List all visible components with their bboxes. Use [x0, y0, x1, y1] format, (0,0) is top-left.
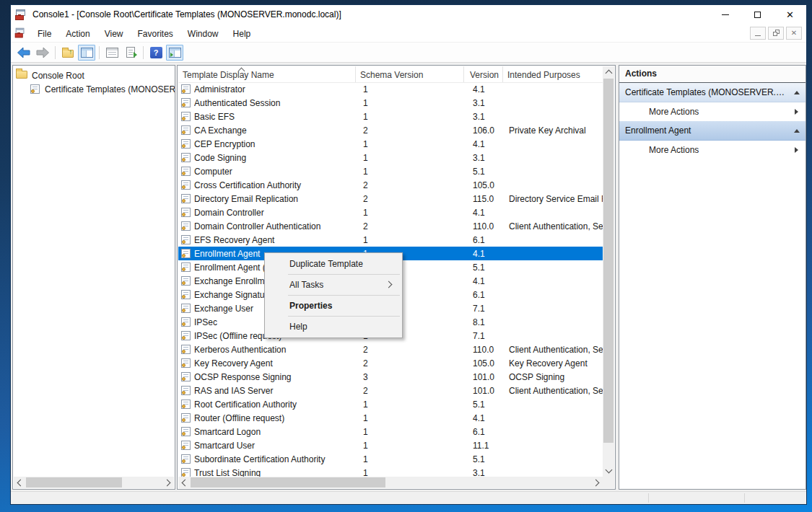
menu-help[interactable]: Help: [226, 27, 258, 41]
more-actions-label: More Actions: [649, 107, 795, 117]
back-icon: [17, 47, 31, 58]
mdi-close-button[interactable]: ✕: [786, 27, 802, 40]
maximize-button[interactable]: [741, 5, 774, 24]
help-button[interactable]: ?: [147, 45, 165, 61]
scroll-left-button[interactable]: [14, 477, 25, 488]
template-row-authenticated-session[interactable]: Authenticated Session13.1: [178, 96, 603, 110]
chevron-left-icon: [182, 479, 189, 486]
cell-schema-version: 1: [359, 427, 467, 437]
certificate-template-icon: [181, 167, 191, 176]
menu-favorites[interactable]: Favorites: [131, 27, 180, 41]
scroll-up-button[interactable]: [603, 66, 614, 78]
context-menu-all-tasks[interactable]: All Tasks: [265, 275, 402, 294]
more-actions-item[interactable]: More Actions: [619, 102, 806, 121]
scrollbar-thumb[interactable]: [191, 477, 385, 487]
template-row-efs-recovery-agent[interactable]: EFS Recovery Agent16.1: [178, 233, 603, 247]
menu-view[interactable]: View: [97, 27, 131, 41]
collapse-icon[interactable]: [794, 91, 800, 94]
actions-section-enrollment-agent[interactable]: Enrollment Agent: [619, 121, 806, 141]
cell-schema-version: 1: [359, 84, 467, 94]
scroll-left-button[interactable]: [178, 477, 190, 488]
cell-intended-purposes: Client Authentication, Se: [506, 386, 603, 396]
properties-button[interactable]: [103, 45, 121, 61]
up-one-level-button[interactable]: ↑: [59, 45, 77, 61]
column-header-version[interactable]: Version: [464, 66, 503, 82]
scroll-right-button[interactable]: [162, 477, 174, 488]
mdi-close-icon: ✕: [791, 30, 797, 37]
more-actions-item[interactable]: More Actions: [619, 141, 806, 159]
context-menu-help[interactable]: Help: [265, 317, 402, 336]
actions-section-title: Certificate Templates (MONOSERVER.mo...: [625, 87, 790, 97]
menu-separator: [288, 316, 400, 317]
template-row-domain-controller[interactable]: Domain Controller14.1: [178, 206, 603, 219]
show-action-pane-button[interactable]: [166, 45, 183, 61]
tree-horizontal-scrollbar[interactable]: [14, 477, 174, 488]
template-row-trust-list-signing[interactable]: Trust List Signing13.1: [178, 466, 603, 477]
template-row-administrator[interactable]: Administrator14.1: [178, 82, 603, 96]
cell-version: 4.1: [467, 208, 506, 218]
console-tree-pane: Console Root Certificate Templates (MONO…: [12, 65, 175, 490]
minimize-button[interactable]: [709, 5, 741, 24]
cell-template-display-name: Directory Email Replication: [194, 194, 359, 204]
certificate-template-icon: [181, 194, 191, 203]
context-menu-duplicate-template[interactable]: Duplicate Template: [265, 255, 402, 273]
mdi-restore-button[interactable]: [768, 27, 784, 40]
template-row-code-signing[interactable]: Code Signing13.1: [178, 151, 603, 164]
template-row-ras-and-ias-server[interactable]: RAS and IAS Server2101.0Client Authentic…: [178, 384, 603, 397]
cell-version: 5.1: [467, 454, 506, 464]
template-row-router-offline-request[interactable]: Router (Offline request)14.1: [178, 411, 603, 425]
show-console-tree-button[interactable]: [78, 45, 95, 61]
menu-file[interactable]: File: [30, 27, 58, 41]
actions-section-certificate-templates-monoserver-mo[interactable]: Certificate Templates (MONOSERVER.mo...: [619, 83, 806, 102]
template-row-root-certification-authority[interactable]: Root Certification Authority15.1: [178, 397, 603, 411]
scrollbar-thumb[interactable]: [26, 477, 122, 487]
toolbar-separator: [143, 46, 144, 59]
tree-item-console-root[interactable]: Console Root: [16, 69, 175, 82]
cell-version: 7.1: [467, 304, 506, 314]
cell-intended-purposes: OCSP Signing: [506, 372, 603, 382]
template-row-cross-certification-authority[interactable]: Cross Certification Authority2105.0: [178, 178, 603, 192]
list-vertical-scrollbar[interactable]: [603, 66, 614, 477]
tree-item-certificate-templates[interactable]: Certificate Templates (MONOSERVER.monodc…: [16, 82, 175, 96]
template-row-smartcard-logon[interactable]: Smartcard Logon16.1: [178, 425, 603, 438]
scroll-right-button[interactable]: [591, 477, 603, 488]
cell-version: 5.1: [467, 400, 506, 410]
back-button[interactable]: [15, 45, 32, 61]
cell-schema-version: 1: [359, 98, 467, 108]
template-row-key-recovery-agent[interactable]: Key Recovery Agent2105.0Key Recovery Age…: [178, 356, 603, 370]
certificate-template-icon: [181, 304, 191, 313]
certificate-template-icon: [181, 427, 191, 436]
close-button[interactable]: ✕: [774, 5, 806, 24]
scrollbar-thumb[interactable]: [603, 79, 614, 443]
template-row-ca-exchange[interactable]: CA Exchange2106.0Private Key Archival: [178, 123, 603, 137]
template-row-domain-controller-authentication[interactable]: Domain Controller Authentication2110.0Cl…: [178, 219, 603, 233]
chevron-right-icon: [164, 479, 171, 486]
template-row-kerberos-authentication[interactable]: Kerberos Authentication2110.0Client Auth…: [178, 343, 603, 356]
cell-template-display-name: Subordinate Certification Authority: [194, 454, 359, 464]
template-row-computer[interactable]: Computer15.1: [178, 164, 603, 178]
collapse-icon[interactable]: [794, 129, 800, 133]
template-row-basic-efs[interactable]: Basic EFS13.1: [178, 110, 603, 123]
column-header-template-display-name[interactable]: Template Display Name: [178, 66, 356, 82]
scroll-down-button[interactable]: [603, 465, 614, 477]
menu-action[interactable]: Action: [58, 27, 97, 41]
template-row-smartcard-user[interactable]: Smartcard User111.1: [178, 438, 603, 452]
cell-schema-version: 1: [359, 235, 467, 245]
template-row-subordinate-certification-authority[interactable]: Subordinate Certification Authority15.1: [178, 452, 603, 466]
cell-version: 106.0: [467, 125, 506, 136]
column-header-schema-version[interactable]: Schema Version: [356, 66, 464, 82]
cell-template-display-name: Trust List Signing: [194, 468, 359, 477]
column-header-intended-purposes[interactable]: Intended Purposes: [503, 66, 603, 82]
cell-schema-version: 1: [359, 112, 467, 122]
menu-window[interactable]: Window: [180, 27, 226, 41]
cell-template-display-name: Cross Certification Authority: [194, 180, 359, 190]
template-row-cep-encryption[interactable]: CEP Encryption14.1: [178, 137, 603, 151]
mdi-minimize-button[interactable]: [750, 27, 766, 40]
template-row-ocsp-response-signing[interactable]: OCSP Response Signing3101.0OCSP Signing: [178, 370, 603, 384]
certificate-template-icon: [181, 139, 191, 149]
context-menu-properties[interactable]: Properties: [265, 296, 402, 315]
export-list-button[interactable]: [122, 45, 139, 61]
forward-button[interactable]: [34, 45, 51, 61]
list-horizontal-scrollbar[interactable]: [178, 477, 603, 488]
template-row-directory-email-replication[interactable]: Directory Email Replication2115.0Directo…: [178, 192, 603, 206]
